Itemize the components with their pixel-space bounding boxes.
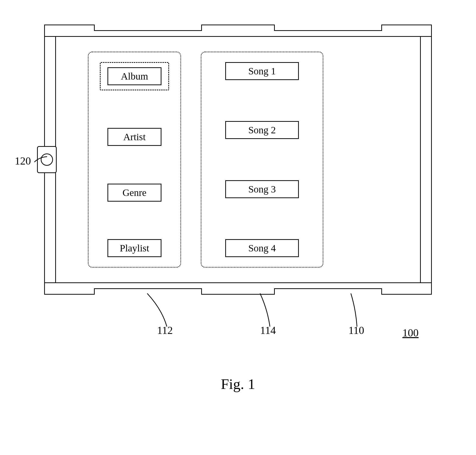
ref-label-110: 110 bbox=[348, 324, 364, 337]
nav-column: Album Artist Genre Playlist bbox=[89, 62, 180, 257]
frame-notch bbox=[274, 288, 382, 295]
ref-label-114: 114 bbox=[260, 324, 276, 337]
song-item[interactable]: Song 1 bbox=[225, 62, 299, 80]
song-column: Song 1 Song 2 Song 3 Song 4 bbox=[201, 62, 323, 257]
frame-top-rail bbox=[44, 25, 432, 37]
nav-panel: Album Artist Genre Playlist bbox=[88, 52, 181, 268]
ref-label-120: 120 bbox=[15, 155, 31, 167]
frame-bottom-rail bbox=[44, 282, 432, 295]
figure-caption: Fig. 1 bbox=[0, 376, 476, 393]
nav-item-artist[interactable]: Artist bbox=[107, 128, 161, 146]
nav-item-playlist[interactable]: Playlist bbox=[107, 239, 161, 257]
ref-label-100: 100 bbox=[402, 327, 419, 339]
song-item[interactable]: Song 2 bbox=[225, 121, 299, 139]
frame-notch bbox=[94, 25, 202, 31]
frame-notch bbox=[94, 288, 202, 295]
ref-label-112: 112 bbox=[157, 324, 173, 337]
side-control[interactable] bbox=[37, 146, 57, 173]
camera-lens-icon bbox=[41, 153, 53, 166]
song-list-panel: Song 1 Song 2 Song 3 Song 4 bbox=[201, 52, 323, 268]
screen-area: Album Artist Genre Playlist Song 1 Song … bbox=[56, 37, 420, 282]
frame-left-post bbox=[44, 37, 56, 282]
frame-notch bbox=[274, 25, 382, 31]
song-item[interactable]: Song 4 bbox=[225, 239, 299, 257]
frame-right-post bbox=[420, 37, 432, 282]
song-item[interactable]: Song 3 bbox=[225, 180, 299, 198]
nav-item-album[interactable]: Album bbox=[107, 67, 161, 85]
nav-item-genre[interactable]: Genre bbox=[107, 184, 161, 202]
device-frame: Album Artist Genre Playlist Song 1 Song … bbox=[44, 25, 432, 295]
device-figure: Album Artist Genre Playlist Song 1 Song … bbox=[44, 25, 432, 295]
nav-selection-highlight: Album bbox=[100, 62, 169, 90]
